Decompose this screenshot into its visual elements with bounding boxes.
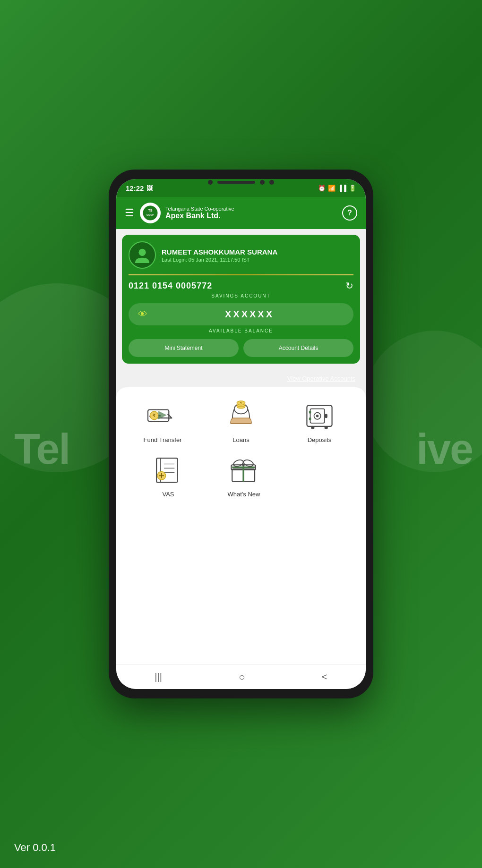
fund-transfer-icon-box: ₹: [144, 399, 181, 432]
view-accounts-row: View Operative Accounts: [116, 369, 366, 387]
recents-button[interactable]: |||: [155, 672, 162, 682]
menu-card: ₹ Fund Transfer: [116, 387, 366, 664]
bank-name-top: Telangana State Co-operative: [165, 206, 234, 212]
menu-item-deposits[interactable]: Deposits: [291, 399, 348, 443]
app-header: ☰ TS COOP Telangana State Co-operative A…: [116, 197, 366, 229]
view-operative-accounts-link[interactable]: View Operative Accounts: [287, 375, 355, 382]
alarm-icon: ⏰: [318, 185, 326, 192]
help-button[interactable]: ?: [342, 205, 357, 221]
action-buttons-row: Mini Statement Account Details: [129, 339, 353, 357]
camera-dot2: [260, 180, 265, 185]
menu-row-2: VAS: [126, 453, 356, 498]
svg-rect-18: [325, 414, 327, 418]
speaker-bar: [217, 181, 255, 184]
whats-new-icon-box: [225, 453, 263, 486]
hamburger-menu-button[interactable]: ☰: [125, 207, 134, 219]
mini-statement-button[interactable]: Mini Statement: [129, 339, 239, 357]
menu-row-1: ₹ Fund Transfer: [126, 399, 356, 443]
screenshot-icon: 🖼: [146, 185, 153, 192]
vas-label: VAS: [162, 491, 174, 498]
phone-screen: 12:22 🖼 ⏰ 📶 ▐▐ 🔋 ☰ TS COOP: [116, 179, 366, 689]
svg-point-17: [316, 415, 318, 417]
bank-name-bottom: Apex Bank Ltd.: [165, 212, 234, 220]
svg-text:COOP: COOP: [146, 213, 154, 216]
account-num-row: 0121 0154 0005772 ↻: [129, 280, 353, 291]
bank-logo-icon: TS COOP: [140, 203, 161, 223]
status-icons: ⏰ 📶 ▐▐ 🔋: [318, 185, 356, 192]
bg-text-left: Tel: [14, 425, 69, 474]
bank-name-block: Telangana State Co-operative Apex Bank L…: [165, 206, 234, 220]
deposits-label: Deposits: [308, 436, 332, 443]
account-number: 0121 0154 0005772: [129, 281, 212, 291]
svg-point-3: [138, 249, 146, 256]
loans-icon-box: ₹: [222, 399, 260, 432]
menu-item-fund-transfer[interactable]: ₹ Fund Transfer: [134, 399, 191, 443]
wifi-icon: 📶: [328, 185, 336, 192]
home-button[interactable]: ○: [239, 671, 245, 683]
camera-dot3: [269, 180, 274, 185]
bg-text-right: ive: [416, 425, 473, 474]
camera-dot1: [208, 180, 213, 185]
signal-icon: ▐▐: [338, 185, 346, 192]
user-name: RUMEET ASHOKKUMAR SURANA: [162, 248, 353, 256]
account-type-label: SAVINGS ACCOUNT: [129, 293, 353, 298]
account-details-button[interactable]: Account Details: [243, 339, 353, 357]
svg-point-37: [242, 464, 244, 466]
svg-rect-19: [309, 411, 311, 413]
loans-label: Loans: [232, 436, 249, 443]
back-button[interactable]: <: [322, 672, 327, 682]
account-card: RUMEET ASHOKKUMAR SURANA Last Login: 05 …: [122, 235, 360, 364]
svg-text:TS: TS: [148, 208, 152, 213]
bottom-nav: ||| ○ <: [116, 664, 366, 689]
deposits-icon-box: [301, 399, 338, 432]
whats-new-label: What's New: [228, 491, 260, 498]
user-info-row: RUMEET ASHOKKUMAR SURANA Last Login: 05 …: [129, 241, 353, 269]
phone-device: 12:22 🖼 ⏰ 📶 ▐▐ 🔋 ☰ TS COOP: [109, 170, 373, 698]
avatar: [129, 241, 156, 269]
svg-point-36: [243, 459, 254, 468]
svg-rect-21: [311, 426, 314, 429]
svg-rect-20: [309, 417, 311, 420]
balance-row: 👁 XXXXXX: [129, 303, 353, 325]
battery-icon: 🔋: [349, 185, 356, 192]
status-time: 12:22 🖼: [126, 184, 153, 192]
camera-area: [208, 180, 274, 185]
fund-transfer-label: Fund Transfer: [144, 436, 182, 443]
header-left: ☰ TS COOP Telangana State Co-operative A…: [125, 203, 234, 223]
eye-icon[interactable]: 👁: [138, 309, 147, 320]
menu-item-whats-new[interactable]: What's New: [215, 453, 272, 498]
user-text-block: RUMEET ASHOKKUMAR SURANA Last Login: 05 …: [162, 248, 353, 263]
menu-item-loans[interactable]: ₹ Loans: [213, 399, 269, 443]
refresh-button[interactable]: ↻: [345, 280, 353, 291]
bank-logo: TS COOP Telangana State Co-operative Ape…: [140, 203, 234, 223]
svg-point-35: [232, 459, 244, 468]
svg-rect-22: [325, 426, 328, 429]
svg-text:₹: ₹: [153, 413, 155, 418]
svg-point-0: [143, 205, 158, 221]
available-balance-label: AVAILABLE BALANCE: [129, 328, 353, 333]
gold-divider: [129, 274, 353, 275]
vas-icon-box: [149, 453, 187, 486]
version-label: Ver 0.0.1: [14, 842, 56, 854]
balance-masked: XXXXXX: [155, 309, 344, 320]
menu-item-vas[interactable]: VAS: [140, 453, 197, 498]
last-login: Last Login: 05 Jan 2021, 12:17:50 IST: [162, 257, 353, 263]
